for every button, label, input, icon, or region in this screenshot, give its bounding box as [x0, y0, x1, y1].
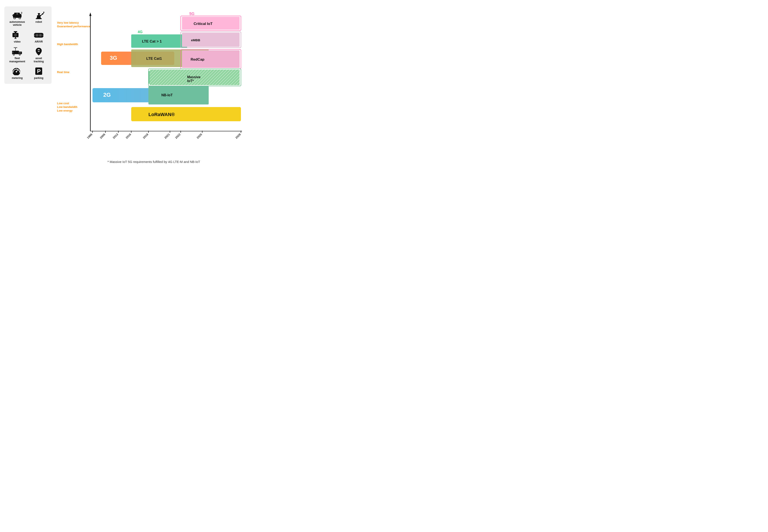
asset-tracking-label: assettracking	[34, 57, 44, 63]
svg-text:Low energy: Low energy	[57, 109, 73, 112]
autonomous-vehicle-label: autonomousvehicle	[9, 20, 25, 27]
main-chart: Very low latency Guaranteed performance …	[56, 6, 248, 153]
icon-item-parking: P parking	[29, 67, 48, 80]
svg-point-32	[39, 34, 41, 36]
svg-rect-42	[12, 52, 14, 53]
svg-point-43	[15, 48, 16, 49]
svg-point-49	[16, 71, 17, 72]
svg-text:Very low latency: Very low latency	[57, 21, 79, 24]
footnote: * Massive IoT 5G requirements fulfilled …	[56, 158, 252, 164]
icon-item-ar-vr: AR/VR	[29, 31, 48, 43]
svg-rect-34	[43, 35, 43, 36]
svg-text:2018: 2018	[142, 133, 149, 140]
autonomous-vehicle-icon	[12, 11, 23, 19]
svg-text:1996: 1996	[86, 133, 93, 140]
icon-item-asset-tracking: assettracking	[29, 47, 48, 63]
svg-text:High bandwidth: High bandwidth	[57, 43, 78, 46]
svg-text:2G: 2G	[103, 92, 111, 98]
icon-item-autonomous-vehicle: autonomousvehicle	[8, 11, 27, 27]
svg-text:Massive: Massive	[187, 75, 201, 79]
svg-text:2013: 2013	[112, 133, 119, 140]
svg-text:4G: 4G	[138, 30, 143, 34]
svg-line-16	[44, 12, 44, 13]
svg-point-41	[19, 54, 20, 55]
left-panel: autonomousvehicle	[4, 6, 52, 84]
svg-text:3G: 3G	[110, 55, 117, 61]
svg-text:Real time: Real time	[57, 71, 69, 74]
svg-point-39	[13, 54, 14, 55]
svg-text:Guaranteed performance: Guaranteed performance	[57, 25, 90, 28]
svg-text:2025: 2025	[196, 133, 203, 140]
svg-rect-10	[38, 13, 40, 14]
svg-rect-72	[182, 33, 240, 47]
icon-item-robot: robot	[29, 11, 48, 23]
svg-text:NB-IoT: NB-IoT	[161, 93, 173, 97]
svg-text:LTE Cat1: LTE Cat1	[146, 57, 162, 61]
svg-text:2022: 2022	[174, 133, 181, 140]
svg-text:P: P	[37, 68, 41, 74]
svg-rect-7	[12, 15, 13, 16]
svg-text:Low bandwidth: Low bandwidth	[57, 105, 77, 109]
robot-icon	[33, 11, 44, 19]
parking-icon: P	[33, 67, 44, 75]
fleet-management-icon	[12, 47, 23, 56]
video-label: video	[14, 40, 20, 43]
svg-rect-24	[14, 31, 17, 32]
svg-point-5	[19, 18, 20, 19]
svg-rect-18	[36, 18, 42, 19]
svg-text:Critical IoT: Critical IoT	[194, 22, 213, 26]
ar-vr-icon	[33, 31, 44, 39]
svg-text:LTE Cat > 1: LTE Cat > 1	[142, 39, 162, 43]
svg-text:eMBB: eMBB	[191, 38, 200, 42]
svg-rect-91	[148, 86, 209, 104]
main-container: autonomousvehicle	[4, 6, 252, 170]
icon-item-video: video	[8, 31, 27, 43]
svg-point-22	[15, 35, 16, 35]
svg-text:2006: 2006	[99, 133, 106, 140]
asset-tracking-icon	[33, 47, 44, 56]
fleet-management-label: fleetmanagement	[9, 57, 25, 63]
svg-rect-46	[37, 50, 40, 51]
svg-text:Low cost: Low cost	[57, 102, 69, 105]
parking-label: parking	[34, 77, 43, 80]
svg-text:IoT*: IoT*	[187, 79, 194, 83]
ar-vr-label: AR/VR	[35, 40, 43, 43]
svg-text:RedCap: RedCap	[190, 57, 205, 61]
svg-text:2016: 2016	[125, 133, 132, 140]
svg-point-13	[40, 15, 41, 16]
svg-rect-6	[16, 13, 18, 15]
metering-icon	[12, 67, 23, 75]
footnote-text: * Massive IoT 5G requirements fulfilled …	[107, 160, 200, 164]
metering-label: metering	[12, 77, 23, 80]
svg-marker-56	[89, 12, 91, 16]
robot-label: robot	[35, 20, 42, 23]
svg-rect-93	[131, 107, 241, 121]
svg-text:5G: 5G	[189, 12, 195, 16]
svg-rect-37	[18, 52, 21, 54]
video-icon	[12, 31, 23, 39]
icon-item-fleet-management: fleetmanagement	[8, 47, 27, 63]
icon-item-metering: metering	[8, 67, 27, 80]
svg-text:LoRaWAN®: LoRaWAN®	[148, 112, 175, 117]
svg-rect-33	[34, 35, 35, 36]
svg-text:2021: 2021	[164, 133, 170, 140]
svg-point-3	[14, 18, 15, 19]
chart-area: Very low latency Guaranteed performance …	[56, 6, 252, 170]
svg-point-14	[42, 13, 43, 15]
svg-point-31	[36, 34, 38, 36]
svg-text:2028: 2028	[235, 133, 241, 140]
